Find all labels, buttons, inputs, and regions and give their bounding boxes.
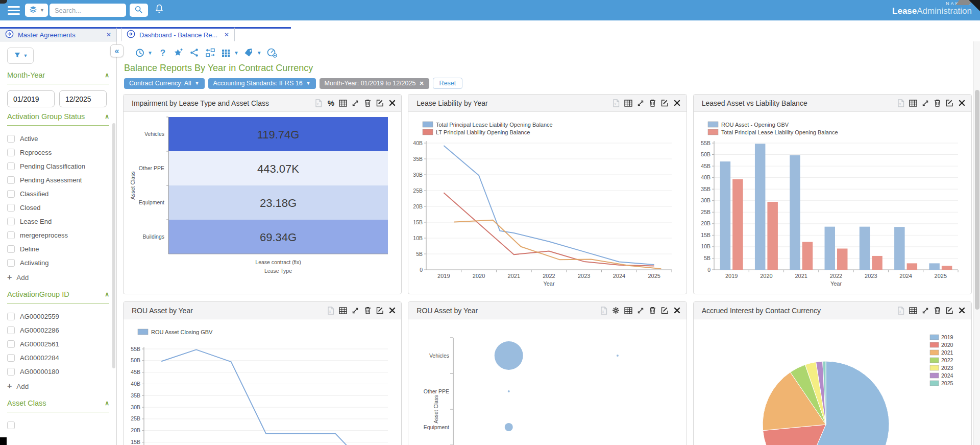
table-view-icon[interactable] <box>339 307 347 315</box>
collapse-chevron-icon[interactable]: ∧ <box>105 113 109 120</box>
checkbox[interactable] <box>7 245 15 253</box>
chevron-down-icon[interactable]: ▼ <box>148 50 153 56</box>
checkbox[interactable] <box>7 176 15 184</box>
export-excel-icon[interactable]: x <box>612 99 620 107</box>
chevron-down-icon[interactable]: ▼ <box>234 50 239 56</box>
history-icon[interactable] <box>134 47 145 58</box>
checkbox[interactable] <box>7 162 15 170</box>
collapse-chevron-icon[interactable]: ∧ <box>105 291 109 298</box>
checkbox[interactable] <box>7 368 15 376</box>
checkbox-item[interactable]: AG00000180 <box>7 365 109 379</box>
export-excel-icon[interactable]: x <box>600 307 608 315</box>
checkbox-item[interactable]: Pending Classification <box>7 159 109 173</box>
collapse-chevron-icon[interactable]: ∧ <box>105 72 109 79</box>
checkbox-item[interactable]: Lease End <box>7 215 109 228</box>
edit-icon[interactable] <box>376 307 384 315</box>
checkbox-item[interactable]: Pending Assessment <box>7 173 109 187</box>
checkbox[interactable] <box>7 204 15 212</box>
checkbox[interactable] <box>7 326 15 334</box>
edit-icon[interactable] <box>946 307 954 315</box>
chevron-down-icon[interactable]: ▼ <box>306 81 311 86</box>
edit-icon[interactable] <box>376 99 384 107</box>
remove-chip-icon[interactable]: ✕ <box>419 80 424 87</box>
gauge-add-icon[interactable] <box>266 47 278 58</box>
checkbox[interactable] <box>7 354 15 362</box>
checkbox[interactable] <box>7 149 15 156</box>
close-icon[interactable] <box>673 307 681 315</box>
checkbox[interactable] <box>7 421 15 429</box>
reset-filters-button[interactable]: Reset <box>433 78 463 89</box>
checkbox[interactable] <box>7 340 15 348</box>
expand-icon[interactable] <box>921 99 929 107</box>
checkbox[interactable] <box>7 231 15 239</box>
favorite-add-icon[interactable] <box>173 47 184 58</box>
expand-icon[interactable] <box>921 307 929 315</box>
module-switcher-button[interactable]: ▼ <box>25 4 48 17</box>
table-view-icon[interactable] <box>624 99 632 107</box>
delete-icon[interactable] <box>363 307 372 315</box>
share-icon[interactable] <box>189 47 200 58</box>
checkbox-item[interactable]: AG00002561 <box>7 337 109 351</box>
expand-icon[interactable] <box>636 307 645 315</box>
export-excel-icon[interactable]: x <box>314 99 323 107</box>
collapse-chevron-icon[interactable]: ∧ <box>105 400 109 407</box>
chevron-down-icon[interactable]: ▼ <box>195 81 200 86</box>
tab-close-icon[interactable]: ✕ <box>224 31 229 38</box>
checkbox-item[interactable]: Closed <box>7 201 109 215</box>
expand-icon[interactable] <box>351 307 359 315</box>
sidebar-scrollbar-thumb[interactable] <box>112 123 115 368</box>
edit-icon[interactable] <box>661 99 669 107</box>
settings-icon[interactable] <box>612 307 620 315</box>
filter-chip-0[interactable]: Contract Currency: All▼ <box>124 78 205 89</box>
checkbox-item[interactable]: AG00002286 <box>7 323 109 337</box>
export-excel-icon[interactable]: x <box>897 99 905 107</box>
checkbox[interactable] <box>7 135 15 143</box>
checkbox[interactable] <box>7 259 15 267</box>
month-year-from-input[interactable] <box>7 90 55 107</box>
grid-icon[interactable] <box>220 47 232 58</box>
delete-icon[interactable] <box>363 99 372 107</box>
checkbox-item[interactable]: Classified <box>7 187 109 201</box>
expand-icon[interactable] <box>351 99 359 107</box>
chevron-down-icon[interactable]: ▼ <box>257 50 262 56</box>
checkbox-item[interactable]: Define <box>7 242 109 256</box>
collapse-sidebar-button[interactable]: « <box>110 44 124 57</box>
edit-icon[interactable] <box>661 307 669 315</box>
delete-icon[interactable] <box>649 99 657 107</box>
checkbox-item[interactable]: AG00002559 <box>7 310 109 323</box>
close-icon[interactable] <box>388 99 396 107</box>
main-scrollbar-thumb[interactable] <box>975 90 979 310</box>
table-view-icon[interactable] <box>909 99 917 107</box>
delete-icon[interactable] <box>934 99 942 107</box>
notifications-bell-icon[interactable] <box>154 4 164 17</box>
main-scrollbar-track[interactable] <box>973 41 980 445</box>
filter-button[interactable]: ▼ <box>7 48 34 64</box>
expand-icon[interactable] <box>636 99 645 107</box>
export-excel-icon[interactable]: x <box>897 307 905 315</box>
tab-master-agreements[interactable]: Master Agreements ✕ <box>0 27 117 41</box>
search-button[interactable] <box>130 4 148 17</box>
close-icon[interactable] <box>958 99 966 107</box>
export-excel-icon[interactable]: x <box>327 307 335 315</box>
edit-icon[interactable] <box>946 99 954 107</box>
checkbox-item[interactable]: Reprocess <box>7 146 109 159</box>
filter-chip-1[interactable]: Accounting Standards: IFRS 16▼ <box>208 78 316 89</box>
checkbox[interactable] <box>7 218 15 225</box>
checkbox[interactable] <box>7 190 15 198</box>
help-icon[interactable]: ? <box>157 47 168 58</box>
delete-icon[interactable] <box>934 307 942 315</box>
month-year-to-input[interactable] <box>59 90 107 107</box>
close-icon[interactable] <box>388 307 396 315</box>
delete-icon[interactable] <box>649 307 657 315</box>
filter-chip-2[interactable]: Month-Year: 01/2019 to 12/2025✕ <box>320 78 429 89</box>
checkbox-item[interactable] <box>7 418 109 432</box>
checkbox-item[interactable]: mergereprocess <box>7 228 109 242</box>
checkbox-item[interactable]: Active <box>7 132 109 146</box>
percent-icon[interactable]: % <box>327 99 335 107</box>
checkbox[interactable] <box>7 313 15 320</box>
table-view-icon[interactable] <box>339 99 347 107</box>
tab-close-icon[interactable]: ✕ <box>106 31 111 38</box>
tab-dashboard-balance-reports[interactable]: Dashboard - Balance Re... ✕ <box>121 27 235 41</box>
table-view-icon[interactable] <box>909 307 917 315</box>
compare-icon[interactable] <box>205 47 216 58</box>
